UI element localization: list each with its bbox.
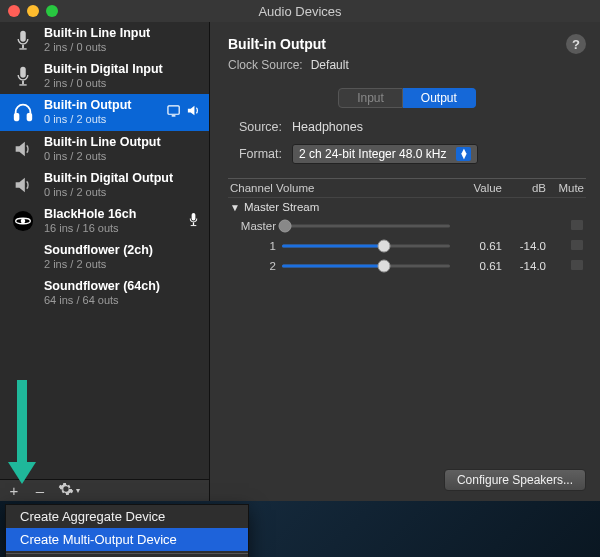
volume-table: Channel Volume Value dB Mute ▼ Master St… bbox=[228, 178, 586, 276]
io-tabs: Input Output bbox=[228, 88, 586, 108]
menu-separator bbox=[6, 553, 248, 554]
blank-icon bbox=[10, 244, 36, 270]
window-title: Audio Devices bbox=[0, 4, 600, 19]
configure-speakers-button[interactable]: Configure Speakers... bbox=[444, 469, 586, 491]
svg-rect-4 bbox=[22, 81, 24, 85]
panel-title: Built-in Output bbox=[228, 36, 326, 52]
blackhole-icon bbox=[10, 208, 36, 234]
remove-button[interactable]: – bbox=[32, 482, 48, 499]
device-name: Built-in Digital Output bbox=[44, 171, 201, 186]
channel-name: 2 bbox=[240, 260, 282, 272]
volume-value: 0.61 bbox=[450, 240, 502, 252]
device-sub: 0 ins / 2 outs bbox=[44, 150, 201, 163]
format-label: Format: bbox=[228, 147, 282, 161]
sidebar-item-line-output[interactable]: Built-in Line Output 0 ins / 2 outs bbox=[0, 131, 209, 167]
col-mute: Mute bbox=[546, 182, 584, 194]
mute-checkbox[interactable] bbox=[570, 259, 584, 271]
chevron-down-icon: ▾ bbox=[76, 486, 80, 495]
device-sub: 0 ins / 2 outs bbox=[44, 186, 201, 199]
volume-slider[interactable] bbox=[282, 239, 450, 253]
col-db: dB bbox=[502, 182, 546, 194]
window-body: Built-in Line Input 2 ins / 0 outs Built… bbox=[0, 22, 600, 501]
svg-rect-5 bbox=[19, 85, 26, 86]
sidebar-item-soundflower-64ch[interactable]: Soundflower (64ch) 64 ins / 64 outs bbox=[0, 275, 209, 311]
sidebar-item-digital-output[interactable]: Built-in Digital Output 0 ins / 2 outs bbox=[0, 167, 209, 203]
system-output-icon bbox=[167, 103, 182, 122]
gear-icon bbox=[58, 481, 74, 501]
gear-menu-button[interactable]: ▾ bbox=[58, 481, 80, 501]
device-sub: 0 ins / 2 outs bbox=[44, 113, 159, 126]
minimize-icon[interactable] bbox=[27, 5, 39, 17]
mute-checkbox[interactable] bbox=[570, 219, 584, 231]
svg-rect-15 bbox=[191, 225, 197, 226]
clock-source-label: Clock Source: bbox=[228, 58, 303, 72]
sidebar-item-digital-input[interactable]: Built-in Digital Input 2 ins / 0 outs bbox=[0, 58, 209, 94]
menu-item-aggregate[interactable]: Create Aggregate Device bbox=[6, 505, 248, 528]
close-icon[interactable] bbox=[8, 5, 20, 17]
volume-db: -14.0 bbox=[502, 260, 546, 272]
plus-context-menu: Create Aggregate Device Create Multi-Out… bbox=[5, 504, 249, 557]
svg-rect-3 bbox=[20, 67, 26, 78]
stream-row[interactable]: ▼ Master Stream bbox=[228, 198, 586, 216]
volume-row-2: 2 0.61 -14.0 bbox=[228, 256, 586, 276]
device-sub: 2 ins / 0 outs bbox=[44, 77, 201, 90]
svg-point-12 bbox=[21, 219, 26, 224]
speaker-icon bbox=[186, 103, 201, 122]
format-value: 2 ch 24-bit Integer 48.0 kHz bbox=[299, 147, 446, 161]
tab-input[interactable]: Input bbox=[338, 88, 403, 108]
sidebar-item-blackhole[interactable]: BlackHole 16ch 16 ins / 16 outs bbox=[0, 203, 209, 239]
sidebar-item-line-input[interactable]: Built-in Line Input 2 ins / 0 outs bbox=[0, 22, 209, 58]
microphone-icon bbox=[10, 27, 36, 53]
device-sub: 2 ins / 0 outs bbox=[44, 41, 201, 54]
source-label: Source: bbox=[228, 120, 282, 134]
svg-rect-8 bbox=[168, 106, 179, 114]
volume-row-master: Master bbox=[228, 216, 586, 236]
menu-item-label: Create Aggregate Device bbox=[20, 509, 165, 524]
headphones-icon bbox=[10, 99, 36, 125]
svg-rect-7 bbox=[28, 114, 32, 120]
speaker-icon bbox=[10, 172, 36, 198]
mute-checkbox[interactable] bbox=[570, 239, 584, 251]
volume-slider[interactable] bbox=[282, 219, 450, 233]
device-sub: 2 ins / 2 outs bbox=[44, 258, 201, 271]
sidebar-item-soundflower-2ch[interactable]: Soundflower (2ch) 2 ins / 2 outs bbox=[0, 239, 209, 275]
svg-rect-9 bbox=[172, 115, 176, 116]
device-sub: 64 ins / 64 outs bbox=[44, 294, 201, 307]
col-channel: Channel Volume bbox=[230, 182, 450, 194]
format-select[interactable]: 2 ch 24-bit Integer 48.0 kHz ▲▼ bbox=[292, 144, 478, 164]
volume-db: -14.0 bbox=[502, 240, 546, 252]
blank-icon bbox=[10, 280, 36, 306]
stepper-icon: ▲▼ bbox=[456, 147, 471, 161]
device-name: BlackHole 16ch bbox=[44, 207, 178, 222]
device-name: Built-in Output bbox=[44, 98, 159, 113]
microphone-icon bbox=[10, 63, 36, 89]
menu-item-multi-output[interactable]: Create Multi-Output Device bbox=[6, 528, 248, 551]
device-name: Built-in Digital Input bbox=[44, 62, 201, 77]
titlebar: Audio Devices bbox=[0, 0, 600, 22]
table-header: Channel Volume Value dB Mute bbox=[228, 179, 586, 198]
svg-rect-6 bbox=[15, 114, 19, 120]
svg-rect-14 bbox=[193, 222, 194, 225]
sidebar-item-builtin-output[interactable]: Built-in Output 0 ins / 2 outs bbox=[0, 94, 209, 130]
zoom-icon[interactable] bbox=[46, 5, 58, 17]
help-button[interactable]: ? bbox=[566, 34, 586, 54]
window-controls bbox=[8, 5, 58, 17]
channel-name: Master bbox=[240, 220, 282, 232]
device-name: Soundflower (64ch) bbox=[44, 279, 201, 294]
stream-name: Master Stream bbox=[244, 201, 319, 213]
speaker-icon bbox=[10, 136, 36, 162]
svg-rect-13 bbox=[192, 212, 196, 220]
input-mic-icon bbox=[186, 212, 201, 231]
clock-source-value: Default bbox=[311, 58, 349, 72]
svg-rect-0 bbox=[20, 31, 26, 42]
svg-rect-2 bbox=[19, 48, 26, 49]
volume-row-1: 1 0.61 -14.0 bbox=[228, 236, 586, 256]
main-panel: Built-in Output ? Clock Source: Default … bbox=[210, 22, 600, 501]
device-name: Built-in Line Input bbox=[44, 26, 201, 41]
menu-item-label: Create Multi-Output Device bbox=[20, 532, 177, 547]
volume-slider[interactable] bbox=[282, 259, 450, 273]
tab-output[interactable]: Output bbox=[403, 88, 476, 108]
disclosure-triangle-icon: ▼ bbox=[230, 202, 240, 213]
source-value: Headphones bbox=[292, 120, 363, 134]
volume-value: 0.61 bbox=[450, 260, 502, 272]
